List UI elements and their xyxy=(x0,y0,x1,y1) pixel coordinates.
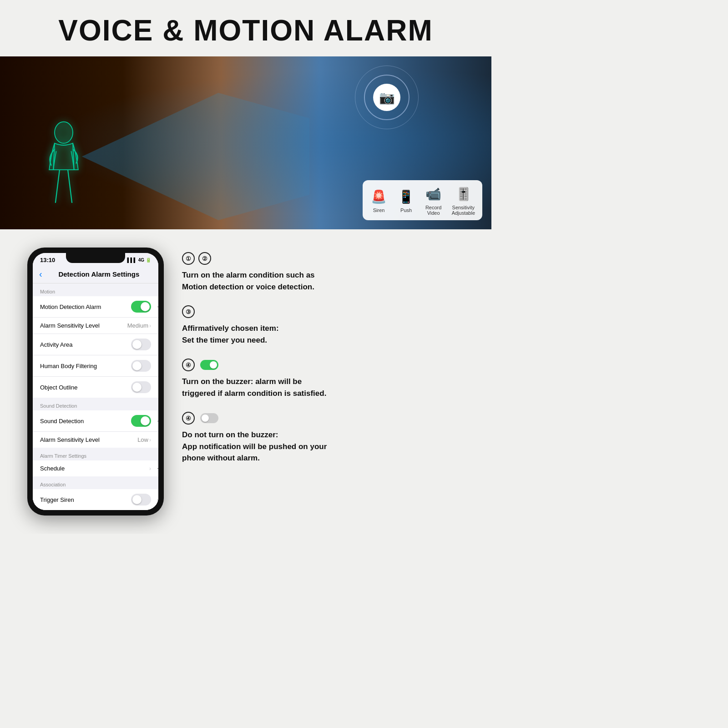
status-time: 13:10 xyxy=(40,257,55,263)
signal-icon: ▌▌▌ xyxy=(127,258,136,263)
camera-icon: 📷 xyxy=(373,84,400,111)
camera-device: 📷 xyxy=(373,84,400,111)
alarm-sensitivity-motion-row[interactable]: Alarm Sensitivity Level Medium › xyxy=(33,318,158,334)
explanation-text-3: Affirmatively chosen item:Set the timer … xyxy=(182,323,464,346)
battery-icon: 🔋 xyxy=(146,258,151,263)
feature-siren: 🚨 Siren xyxy=(370,187,388,213)
section-label-sound: Sound Detection xyxy=(33,398,158,410)
alarm-sensitivity-sound-row[interactable]: Alarm Sensitivity Level Low › xyxy=(33,432,158,448)
sound-detection-toggle[interactable] xyxy=(131,415,151,427)
object-outline-toggle[interactable] xyxy=(131,381,151,393)
feature-icons-bar: 🚨 Siren 📱 Push 📹 RecordVideo 🎚️ Sensitiv… xyxy=(363,180,482,220)
circle-num-3: ③ xyxy=(182,305,195,318)
hero-section: 📷 🚨 Siren 📱 Push 📹 RecordVideo 🎚️ Sensit… xyxy=(0,56,491,229)
explanations-section: ① ② Turn on the alarm condition such asM… xyxy=(182,248,464,464)
object-outline-row: Object Outline xyxy=(33,377,158,398)
circle-num-4b: ④ xyxy=(182,412,195,425)
network-icon: 4G xyxy=(138,258,144,263)
human-body-filtering-row: Human Body Filtering xyxy=(33,355,158,377)
siren-label: Siren xyxy=(373,207,385,213)
trigger-siren-row: Trigger Siren ④ xyxy=(33,489,158,510)
back-button[interactable]: ‹ xyxy=(39,269,42,279)
schedule-label: Schedule xyxy=(40,465,65,472)
siren-icon: 🚨 xyxy=(370,187,388,206)
activity-area-toggle[interactable] xyxy=(131,339,151,350)
bottom-section: 13:10 ▌▌▌ 4G 🔋 ‹ Detection Alarm Setting… xyxy=(0,229,491,534)
record-icon: 📹 xyxy=(425,185,443,203)
toggle-on-indicator xyxy=(200,360,218,370)
explanation-4a: ④ Turn on the buzzer: alarm will betrigg… xyxy=(182,359,464,399)
circle-num-4a: ④ xyxy=(182,359,195,371)
phone-mockup: 13:10 ▌▌▌ 4G 🔋 ‹ Detection Alarm Setting… xyxy=(27,248,164,516)
alarm-sensitivity-motion-label: Alarm Sensitivity Level xyxy=(40,322,100,329)
push-label: Push xyxy=(400,207,412,213)
motion-section: Motion Detection Alarm ① xyxy=(33,296,158,398)
title-section: VOICE & MOTION ALARM xyxy=(0,0,491,56)
record-label: RecordVideo xyxy=(425,205,441,216)
trigger-siren-label: Trigger Siren xyxy=(40,496,74,503)
explanation-text-4b: Do not turn on the buzzer:App notificati… xyxy=(182,429,464,464)
timer-section: Schedule › ③ xyxy=(33,460,158,476)
num-row-1-2: ① ② xyxy=(182,252,464,265)
status-icons: ▌▌▌ 4G 🔋 xyxy=(127,258,151,263)
association-section: Trigger Siren ④ xyxy=(33,489,158,510)
phone-screen: 13:10 ▌▌▌ 4G 🔋 ‹ Detection Alarm Setting… xyxy=(33,253,158,510)
page-title: VOICE & MOTION ALARM xyxy=(9,14,482,47)
explanation-text-1-2: Turn on the alarm condition such asMotio… xyxy=(182,269,464,293)
motion-detection-row: Motion Detection Alarm ① xyxy=(33,296,158,318)
feature-record: 📹 RecordVideo xyxy=(425,185,443,216)
motion-detection-toggle[interactable] xyxy=(131,301,151,313)
num-row-4b: ④ xyxy=(182,412,464,425)
num-row-3: ③ xyxy=(182,305,464,318)
explanation-3: ③ Affirmatively chosen item:Set the time… xyxy=(182,305,464,346)
explanation-4b: ④ Do not turn on the buzzer:App notifica… xyxy=(182,412,464,464)
num-row-4a: ④ xyxy=(182,359,464,371)
circle-num-2: ② xyxy=(198,252,211,265)
chevron-icon: › xyxy=(149,323,151,329)
alarm-sensitivity-motion-value: Medium › xyxy=(127,322,151,329)
section-label-timer: Alarm Timer Settings xyxy=(33,448,158,460)
object-outline-label: Object Outline xyxy=(40,384,77,391)
schedule-row[interactable]: Schedule › ③ xyxy=(33,460,158,476)
phone-container: 13:10 ▌▌▌ 4G 🔋 ‹ Detection Alarm Setting… xyxy=(27,248,164,516)
phone-page-title: Detection Alarm Settings xyxy=(46,270,152,278)
feature-push: 📱 Push xyxy=(397,187,415,213)
phone-content: Motion Motion Detection Alarm xyxy=(33,283,158,510)
schedule-chevron: › xyxy=(149,465,151,472)
alarm-sensitivity-sound-label: Alarm Sensitivity Level xyxy=(40,436,100,443)
phone-notch xyxy=(66,253,125,263)
human-body-filtering-toggle[interactable] xyxy=(131,360,151,372)
human-body-filtering-label: Human Body Filtering xyxy=(40,363,97,369)
alarm-sensitivity-sound-value: Low › xyxy=(137,436,151,443)
sensitivity-label: SensitivityAdjustable xyxy=(452,205,475,216)
section-label-motion: Motion xyxy=(33,283,158,296)
explanation-text-4a: Turn on the buzzer: alarm will betrigger… xyxy=(182,376,464,399)
section-label-association: Association xyxy=(33,476,158,489)
intruder-silhouette xyxy=(36,120,91,211)
activity-area-row: Activity Area xyxy=(33,334,158,355)
svg-point-0 xyxy=(55,122,73,143)
sound-section: Sound Detection ② xyxy=(33,410,158,448)
push-icon: 📱 xyxy=(397,187,415,206)
motion-detection-label: Motion Detection Alarm xyxy=(40,303,101,310)
trigger-siren-toggle[interactable] xyxy=(131,494,151,506)
explanation-1-2: ① ② Turn on the alarm condition such asM… xyxy=(182,252,464,293)
sound-detection-label: Sound Detection xyxy=(40,418,84,425)
sound-detection-row: Sound Detection ② xyxy=(33,410,158,432)
sensitivity-icon: 🎚️ xyxy=(454,185,472,203)
feature-sensitivity: 🎚️ SensitivityAdjustable xyxy=(452,185,475,216)
toggle-off-indicator xyxy=(200,413,218,423)
chevron-icon-2: › xyxy=(149,437,151,443)
activity-area-label: Activity Area xyxy=(40,341,73,348)
phone-header: ‹ Detection Alarm Settings xyxy=(33,265,158,283)
circle-num-1: ① xyxy=(182,252,195,265)
